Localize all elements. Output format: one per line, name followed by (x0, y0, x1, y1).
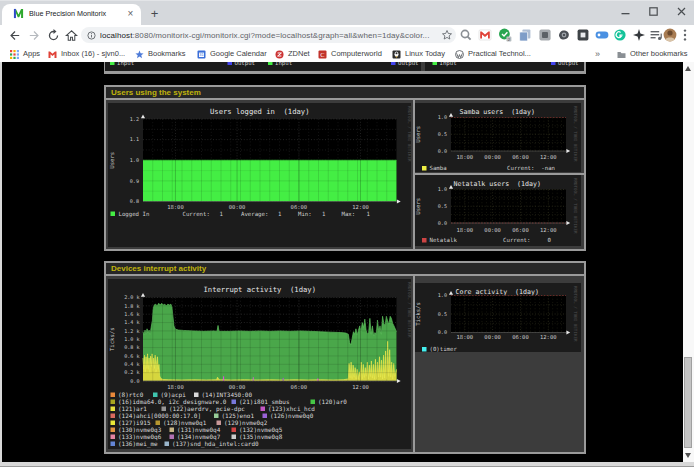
blue-oval-extension-icon[interactable] (594, 27, 610, 43)
bookmark-label: Linux Today (405, 49, 445, 58)
omnibox[interactable]: localhost:8080/monitorix-cgi/monitorix.c… (81, 27, 456, 43)
x-tick-label: 18:00 (457, 154, 474, 160)
y-tick-label: 0.8 k (124, 344, 139, 350)
bookmarks-overflow-chevron[interactable]: » (595, 48, 600, 60)
grammarly-extension-icon[interactable] (612, 27, 628, 43)
legend-label: (126)nvme0q0 (270, 412, 314, 420)
legend-label: (136)mei_me (118, 440, 158, 448)
bookmark-item-zdnet[interactable]: ZDNet (275, 48, 310, 60)
x-tick-label: 00:00 (228, 384, 245, 390)
browser-window: Blue Precision Monitorix × + – □ × local… (0, 0, 694, 467)
window-maximize-button[interactable]: □ (647, 5, 660, 18)
y-axis-label: Ticks/s (415, 302, 421, 326)
legend-swatch (422, 238, 427, 243)
stat-value: 1 (322, 211, 326, 217)
bookmark-star-icon[interactable] (441, 29, 453, 41)
url-text[interactable]: localhost:8080/monitorix-cgi/monitorix.c… (100, 31, 440, 40)
y-tick-label: 0.4 k (124, 361, 139, 367)
gray-extension-icon[interactable] (537, 27, 553, 43)
y-tick-label: 0.0 (130, 378, 139, 384)
folder-icon (617, 50, 626, 59)
x-tick-label: 06:00 (512, 334, 529, 340)
star-blue-icon (135, 50, 144, 59)
x-tick-label: 12:00 (352, 384, 369, 390)
dark-square-extension-icon[interactable] (575, 27, 591, 43)
legend-swatch (110, 442, 115, 447)
legend-swatch (169, 428, 174, 433)
browser-toolbar: localhost:8080/monitorix-cgi/monitorix.c… (0, 25, 694, 46)
legend-swatch (422, 347, 427, 352)
legend-swatch (155, 421, 160, 426)
black-star-extension-icon[interactable] (631, 27, 647, 43)
graph-svg-netatalk-users: Netatalk users (1day)1.00.50.018:0000:00… (414, 175, 581, 246)
graph-panel-interrupt-activity[interactable]: Interrupt activity (1day)2.0 k1.8 k1.6 k… (108, 279, 412, 449)
tab-close-icon[interactable]: × (125, 8, 136, 19)
y-axis-label: Users (415, 198, 421, 215)
scrollbar-up-arrow[interactable] (685, 66, 691, 71)
stat-key: Current: (182, 211, 209, 217)
y-tick-label: 1.1 (129, 136, 138, 142)
graph-panel-netatalk-users[interactable]: Netatalk users (1day)1.00.50.018:0000:00… (414, 175, 581, 246)
scrollbar[interactable] (683, 62, 694, 462)
legend-swatch (110, 421, 115, 426)
legend-label: Input (275, 62, 292, 67)
forward-button[interactable] (27, 28, 42, 43)
legend-label: (121)ar1 (118, 405, 147, 412)
bookmark-item-google-calendar[interactable]: 31Google Calendar (197, 48, 267, 60)
x-tick-label: 12:00 (540, 154, 557, 160)
graph-panel-net-stub-0[interactable]: InputOutput (105, 62, 263, 71)
profile-avatar-icon[interactable] (662, 27, 678, 43)
graph-panel-users-logged-in[interactable]: Users logged in (1day)1.21.11.00.90.818:… (108, 103, 412, 247)
legend-swatch (110, 400, 115, 405)
back-button[interactable] (7, 28, 22, 43)
new-tab-button[interactable]: + (147, 7, 162, 22)
bookmark-item-computerworld[interactable]: CComputerworld (318, 48, 382, 60)
window-minimize-button[interactable]: – (619, 5, 632, 18)
graph-panel-net-stub-2[interactable]: InputOutput (425, 62, 584, 71)
graph-title: Users logged in (1day) (209, 107, 309, 116)
section-header-users: Users using the system (106, 87, 584, 100)
reload-button[interactable] (46, 28, 61, 43)
share-extension-icon[interactable]: 2 (497, 27, 513, 43)
stat-value: 1 (366, 211, 370, 217)
scrollbar-thumb[interactable] (684, 357, 692, 448)
browser-tab[interactable]: Blue Precision Monitorix × (2, 4, 141, 26)
menu-icon[interactable] (677, 27, 693, 43)
bookmark-item-inbox-16-sjvn0[interactable]: Inbox (16) - sjvn0... (48, 48, 125, 60)
other-bookmarks-button[interactable]: Other bookmarks (617, 48, 688, 60)
copy-extension-icon[interactable] (517, 27, 533, 43)
y-axis-arrow-icon (449, 185, 453, 189)
legend-current-value: Current: 0 (503, 237, 552, 243)
page-info-icon[interactable] (87, 31, 96, 40)
bookmark-item-practical-technol[interactable]: Practical Technol... (455, 48, 531, 60)
graph-panel-core-activity[interactable]: Core activity (1day)1.00.50.018:0000:000… (414, 283, 581, 352)
y-tick-label: 1.0 (438, 114, 447, 120)
search-extension-icon[interactable] (458, 27, 474, 43)
graph-panel-net-stub-1[interactable]: InputOutput (263, 62, 421, 71)
bookmark-item-linux-today[interactable]: Linux Today (392, 48, 445, 60)
x-tick-label: 12:00 (540, 227, 557, 233)
bookmark-item-apps[interactable]: Apps (10, 48, 40, 60)
tab-title: Blue Precision Monitorix (29, 9, 115, 18)
window-close-button[interactable]: × (675, 5, 688, 18)
x-tick-label: 00:00 (228, 204, 245, 210)
legend-label: Output (558, 62, 579, 67)
graph-title: Interrupt activity (1day) (203, 285, 316, 294)
zdnet-icon (275, 50, 284, 59)
graph-panel-samba-users[interactable]: Samba users (1day)1.00.50.018:0000:0006:… (414, 103, 581, 172)
dark-brush-extension-icon[interactable] (556, 27, 572, 43)
section-header-devices: Devices interrupt activity (106, 263, 584, 276)
y-axis-arrow-icon (140, 114, 144, 118)
legend-swatch (231, 428, 236, 433)
legend-label: Logged In (118, 211, 149, 218)
scrollbar-down-arrow[interactable] (685, 453, 691, 458)
gmail-extension-icon[interactable] (477, 27, 493, 43)
legend-swatch (194, 393, 199, 398)
legend-swatch (164, 442, 169, 447)
x-axis-arrow-icon (566, 330, 570, 334)
legend-label: (127)i915 (118, 419, 151, 426)
stat-value: 1 (278, 211, 282, 217)
x-axis-arrow-icon (396, 199, 400, 203)
bookmark-item-bookmarks[interactable]: Bookmarks (135, 48, 186, 60)
home-button[interactable] (64, 28, 79, 43)
